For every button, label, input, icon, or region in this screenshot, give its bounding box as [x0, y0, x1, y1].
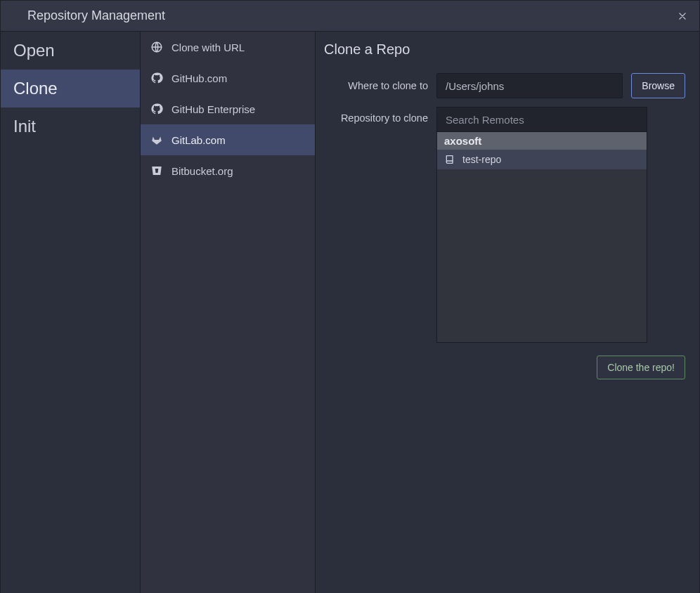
source-label: GitLab.com	[171, 134, 226, 146]
tab-clone[interactable]: Clone	[1, 70, 140, 107]
clone-panel: Clone a Repo Where to clone to Browse Re…	[316, 32, 699, 593]
where-to-clone-input[interactable]	[436, 73, 623, 98]
source-gitlab-com[interactable]: GitLab.com	[141, 124, 315, 155]
github-icon	[150, 103, 163, 115]
book-icon	[444, 154, 455, 165]
repo-group-header: axosoft	[437, 132, 647, 150]
source-bitbucket-org[interactable]: Bitbucket.org	[141, 155, 315, 186]
source-github-enterprise[interactable]: GitHub Enterprise	[141, 93, 315, 124]
clone-sources: Clone with URL GitHub.com GitHub Enterpr…	[140, 32, 316, 593]
source-label: Bitbucket.org	[171, 165, 233, 177]
tab-init[interactable]: Init	[1, 107, 140, 145]
source-github-com[interactable]: GitHub.com	[141, 63, 315, 93]
panel-heading: Clone a Repo	[324, 41, 685, 58]
browse-button[interactable]: Browse	[631, 73, 685, 98]
repo-item[interactable]: test-repo	[437, 150, 647, 169]
repository-to-clone-label: Repository to clone	[324, 107, 428, 124]
source-label: GitHub.com	[171, 72, 227, 84]
primary-tabs: Open Clone Init	[1, 32, 140, 593]
tab-open[interactable]: Open	[1, 32, 140, 70]
close-button[interactable]	[675, 9, 689, 23]
source-clone-with-url[interactable]: Clone with URL	[141, 32, 315, 63]
github-icon	[150, 72, 163, 84]
bitbucket-icon	[150, 164, 163, 177]
titlebar: Repository Management	[1, 1, 699, 32]
gitlab-icon	[150, 133, 163, 146]
window-title: Repository Management	[27, 8, 165, 23]
clone-repo-button[interactable]: Clone the repo!	[597, 356, 685, 379]
repo-name: test-repo	[462, 154, 501, 165]
globe-icon	[150, 41, 163, 53]
repo-list[interactable]: axosoft test-repo	[436, 132, 647, 343]
source-label: GitHub Enterprise	[171, 103, 255, 115]
where-to-clone-label: Where to clone to	[324, 80, 428, 91]
search-remotes-input[interactable]	[436, 107, 647, 132]
source-label: Clone with URL	[171, 41, 245, 53]
close-icon	[678, 11, 687, 21]
